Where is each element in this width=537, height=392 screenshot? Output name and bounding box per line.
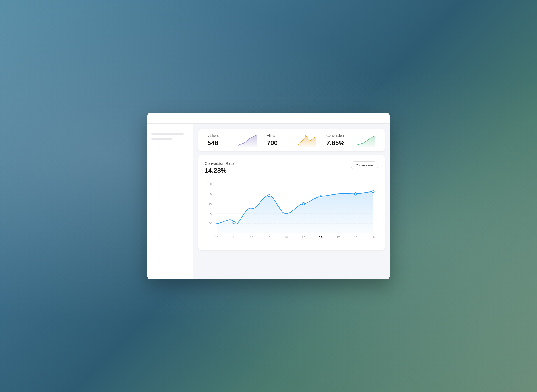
main-content: Visitors 548 xyxy=(193,124,390,280)
titlebar xyxy=(147,112,390,124)
visits-label: Visits xyxy=(267,134,278,138)
chart-title: Conversion Rate xyxy=(205,161,234,166)
svg-text:60: 60 xyxy=(209,202,212,205)
svg-text:15: 15 xyxy=(302,236,305,239)
stat-info-visitors: Visitors 548 xyxy=(207,134,219,147)
svg-text:40: 40 xyxy=(209,212,212,215)
stats-row: Visitors 548 xyxy=(198,129,385,151)
sidebar-nav xyxy=(152,131,188,140)
svg-text:11: 11 xyxy=(233,236,236,239)
stat-info-visits: Visits 700 xyxy=(267,134,278,147)
dot-18 xyxy=(354,193,357,195)
chart-value: 14.28% xyxy=(205,167,234,174)
svg-text:17: 17 xyxy=(337,236,340,239)
stat-card-visits: Visits 700 xyxy=(263,134,320,147)
visits-chart xyxy=(298,134,316,147)
chart-area: 100 80 60 40 20 xyxy=(205,182,378,246)
visits-value: 700 xyxy=(267,139,278,147)
chart-card: Conversion Rate 14.28% Conversions xyxy=(198,155,385,250)
svg-text:100: 100 xyxy=(207,182,212,186)
svg-text:13: 13 xyxy=(267,236,270,239)
stat-card-conversions: Conversions 7.85% xyxy=(323,134,379,147)
window-content: Visitors 548 xyxy=(147,124,390,280)
visitors-label: Visitors xyxy=(207,134,219,138)
dot-16-active xyxy=(319,195,322,198)
stat-card-visitors: Visitors 548 xyxy=(204,134,261,147)
dot-19 xyxy=(372,190,374,193)
svg-text:16: 16 xyxy=(319,235,323,239)
sidebar xyxy=(147,124,193,280)
svg-text:18: 18 xyxy=(354,236,357,239)
sidebar-skeleton-2 xyxy=(152,138,172,140)
svg-text:14: 14 xyxy=(285,236,288,239)
main-chart-svg: 100 80 60 40 20 xyxy=(205,182,378,246)
conversions-chart xyxy=(357,134,375,147)
dot-11 xyxy=(233,221,235,224)
conversions-label: Conversions xyxy=(326,134,345,138)
conversions-button[interactable]: Conversions xyxy=(351,161,378,169)
svg-text:20: 20 xyxy=(209,222,212,225)
svg-text:80: 80 xyxy=(209,192,212,196)
sidebar-skeleton-1 xyxy=(152,133,184,135)
dot-13 xyxy=(268,194,270,197)
dot-15 xyxy=(302,203,305,205)
app-window: Visitors 548 xyxy=(147,112,390,280)
stat-info-conversions: Conversions 7.85% xyxy=(326,134,345,147)
chart-title-group: Conversion Rate 14.28% xyxy=(205,161,234,174)
chart-header: Conversion Rate 14.28% Conversions xyxy=(205,161,378,174)
svg-text:10: 10 xyxy=(215,236,218,239)
conversions-value: 7.85% xyxy=(326,139,345,147)
visitors-chart xyxy=(238,134,257,147)
visitors-value: 548 xyxy=(207,139,219,147)
svg-text:19: 19 xyxy=(371,236,375,239)
svg-text:12: 12 xyxy=(250,236,253,239)
